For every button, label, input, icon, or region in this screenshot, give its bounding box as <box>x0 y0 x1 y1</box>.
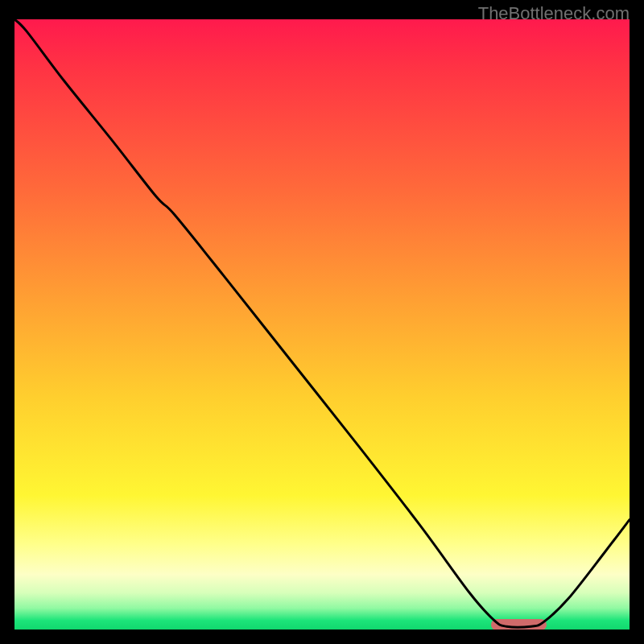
bottleneck-curve <box>14 19 630 630</box>
curve-path <box>14 19 630 627</box>
watermark-text: TheBottleneck.com <box>478 3 630 24</box>
chart-area <box>14 19 630 630</box>
